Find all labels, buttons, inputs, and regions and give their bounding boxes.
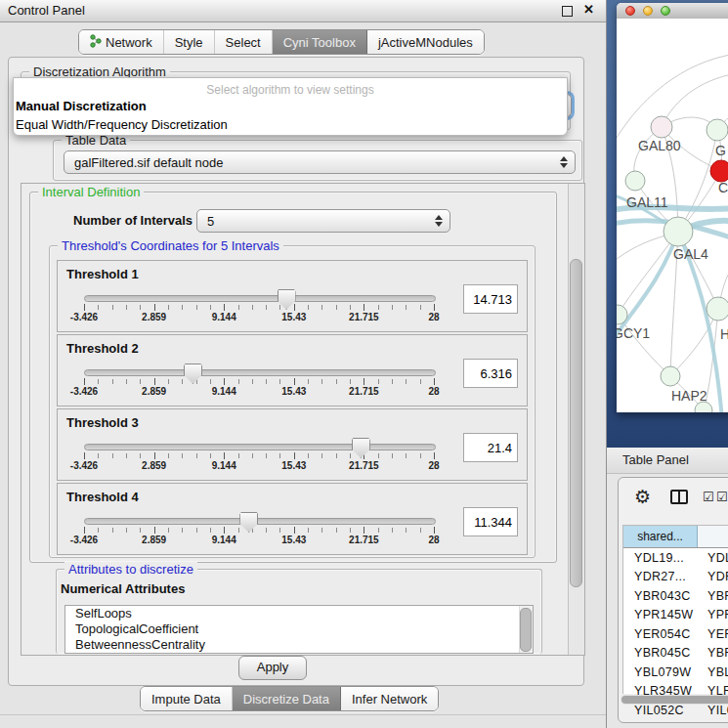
float-window-icon[interactable]	[562, 6, 573, 17]
table-horizontal-scrollbar-thumb[interactable]	[621, 696, 728, 704]
tab-infer-network[interactable]: Infer Network	[341, 687, 438, 710]
dropdown-item-manual-discretization[interactable]: Manual Discretization	[14, 97, 567, 115]
node-label-gal80: GAL80	[638, 138, 681, 153]
gear-icon[interactable]: ⚙	[634, 486, 651, 508]
threshold-2-slider[interactable]: -3.426 2.859 9.144 15.43 21.715 28	[84, 364, 434, 398]
cell[interactable]: YPR1	[698, 606, 728, 625]
cell[interactable]: YBR0	[698, 644, 728, 664]
tick-label: 2.859	[142, 460, 166, 471]
table-row[interactable]: YPR145WYPR1	[623, 606, 728, 625]
column-header-name[interactable]: na	[698, 526, 728, 547]
table-horizontal-scrollbar[interactable]	[621, 695, 728, 705]
apply-button[interactable]: Apply	[238, 656, 307, 680]
tab-discretize-data[interactable]: Discretize Data	[233, 687, 341, 710]
node-selected-red[interactable]	[710, 160, 728, 182]
tab-cyni-toolbox[interactable]: Cyni Toolbox	[273, 30, 367, 54]
table-data-group: Table Data galFiltered.sif default node	[53, 140, 582, 181]
cell[interactable]: YBR043C	[623, 586, 698, 606]
network-window-titlebar[interactable]	[617, 3, 728, 20]
algorithm-dropdown-popup: Select algorithm to view settings Manual…	[13, 77, 568, 136]
cell[interactable]: YBL079W	[623, 663, 698, 682]
node-gal80[interactable]	[651, 116, 672, 138]
list-item[interactable]: BetweennessCentrality	[65, 637, 533, 653]
table-panel-region: Table Panel ⚙ ☑ ☑ shared... na YDL19...Y…	[607, 448, 728, 728]
threshold-2-value-field[interactable]: 6.316	[463, 359, 518, 388]
node-label-gal11: GAL11	[626, 194, 668, 210]
threshold-4-slider[interactable]: -3.426 2.859 9.144 15.43 21.715 28	[84, 513, 434, 546]
tick-label: 9.144	[212, 535, 236, 545]
node-label-gcy1: GCY1	[617, 325, 650, 341]
column-header-shared-name[interactable]: shared...	[623, 526, 698, 547]
numerical-attributes-list[interactable]: SelfLoops TopologicalCoefficient Between…	[64, 605, 534, 654]
interval-definition-group: Interval Definition Number of Intervals …	[29, 192, 557, 563]
cell[interactable]: YBR045C	[623, 644, 698, 664]
cell[interactable]: YDL1	[698, 548, 728, 568]
cell[interactable]: YPR145W	[623, 606, 698, 625]
columns-icon[interactable]	[670, 490, 688, 504]
tab-jactivemnodules[interactable]: jActiveMNodules	[367, 30, 484, 54]
cell[interactable]: YBR0	[698, 586, 728, 606]
number-of-intervals-combobox[interactable]: 5	[196, 209, 450, 233]
major-tick	[224, 452, 225, 459]
list-item[interactable]: TopologicalCoefficient	[65, 621, 533, 637]
cell[interactable]: YER054C	[623, 624, 698, 644]
cell[interactable]: YBL0	[698, 663, 728, 682]
number-of-intervals-value: 5	[207, 214, 214, 229]
close-traffic-light[interactable]	[625, 6, 635, 16]
node-label-partial-c: C	[718, 180, 728, 195]
network-canvas[interactable]: GAL80 G C GAL11 GAL4 GCY1 H HAP2	[617, 19, 728, 412]
threshold-coordinates-label: Threshold's Coordinates for 5 Intervals	[58, 238, 283, 253]
major-tick	[84, 452, 85, 459]
tab-style[interactable]: Style	[164, 30, 215, 54]
node-gal4[interactable]	[664, 217, 693, 246]
cell[interactable]: YDR27...	[623, 568, 698, 587]
checkbox-icon[interactable]: ☑	[716, 490, 728, 504]
table-row[interactable]: YBL079WYBL0	[623, 663, 728, 682]
list-scrollbar[interactable]	[519, 606, 533, 653]
list-scrollbar-thumb[interactable]	[520, 608, 532, 652]
control-panel-window: Control Panel ✕ Network Style Select	[0, 0, 607, 728]
cell[interactable]: YDL19...	[623, 548, 698, 568]
slider-track[interactable]	[84, 369, 436, 376]
threshold-3-value-field[interactable]: 21.4	[463, 433, 518, 462]
slider-track[interactable]	[84, 518, 436, 525]
slider-track[interactable]	[84, 295, 436, 302]
close-icon[interactable]: ✕	[583, 2, 594, 17]
table-row[interactable]: YBR045CYBR0	[623, 644, 728, 664]
cell[interactable]: YDR2	[698, 568, 728, 587]
panel-scrollbar[interactable]	[568, 184, 584, 655]
minimize-traffic-light[interactable]	[643, 6, 653, 16]
tab-select[interactable]: Select	[215, 30, 273, 54]
tick-label: 21.715	[349, 535, 379, 545]
major-tick	[434, 304, 435, 311]
node-gal11[interactable]	[625, 171, 645, 191]
checkbox-icon[interactable]: ☑	[703, 490, 714, 504]
table-row[interactable]: YDL19...YDL1	[623, 548, 728, 568]
window-title: Control Panel	[8, 3, 85, 18]
list-item[interactable]: SelfLoops	[65, 606, 533, 621]
panel-scrollbar-thumb[interactable]	[570, 259, 582, 587]
threshold-4-value-field[interactable]: 11.344	[463, 507, 518, 536]
tick-label: 21.715	[349, 386, 379, 397]
slider-track[interactable]	[84, 444, 436, 450]
tick-label: 9.144	[212, 386, 236, 397]
zoom-traffic-light[interactable]	[661, 6, 670, 16]
node-top-right[interactable]	[707, 119, 728, 141]
tab-impute-data-label: Impute Data	[151, 692, 221, 707]
table-row[interactable]: YER054CYER0	[623, 624, 728, 644]
tab-network[interactable]: Network	[79, 30, 164, 54]
table-row[interactable]: YDR27...YDR2	[623, 568, 728, 587]
tab-impute-data[interactable]: Impute Data	[141, 687, 233, 710]
dropdown-header: Select algorithm to view settings	[14, 78, 567, 97]
cell[interactable]: YER0	[698, 624, 728, 644]
threshold-1-slider[interactable]: -3.426 2.859 9.144 15.43 21.715 28	[84, 290, 434, 323]
node-hap2[interactable]	[661, 366, 680, 386]
dropdown-item-equal-width-frequency[interactable]: Equal Width/Frequency Discretization	[14, 115, 567, 134]
tick-label: 15.43	[281, 460, 306, 471]
threshold-3-slider[interactable]: -3.426 2.859 9.144 15.43 21.715 28	[84, 439, 434, 472]
node-label-partial-h: H	[720, 326, 728, 342]
table-row[interactable]: YBR043CYBR0	[623, 586, 728, 606]
table-data-combobox[interactable]: galFiltered.sif default node	[64, 150, 576, 174]
threshold-1-value-field[interactable]: 14.713	[463, 284, 518, 314]
node-right-h[interactable]	[707, 297, 728, 321]
